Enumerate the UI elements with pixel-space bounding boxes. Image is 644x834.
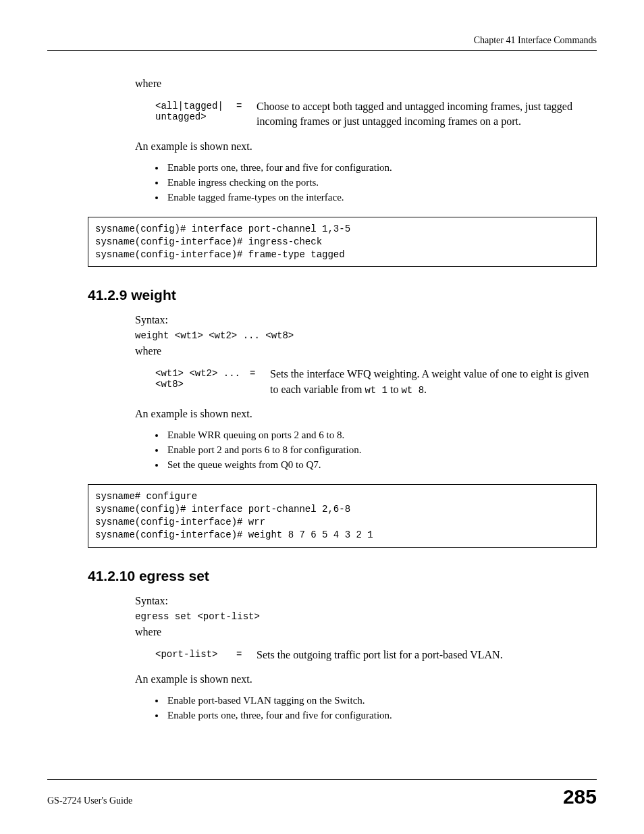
where-label-2: where xyxy=(135,345,597,357)
bullet-item: Enable port-based VLAN tagging on the Sw… xyxy=(165,695,597,706)
example-intro-1: An example is shown next. xyxy=(135,140,597,153)
where-label-3: where xyxy=(135,626,597,638)
param-row-3: <port-list> = Sets the outgoing traffic … xyxy=(155,648,597,662)
param-eq-1: = xyxy=(236,99,257,111)
param-desc-1: Choose to accept both tagged and untagge… xyxy=(257,99,597,130)
section-heading-weight: 41.2.9 weight xyxy=(88,287,597,303)
bullet-item: Enable ingress checking on the ports. xyxy=(165,177,597,188)
param-key-1: <all|tagged| untagged> xyxy=(155,99,236,122)
bullet-item: Enable WRR queuing on ports 2 and 6 to 8… xyxy=(165,429,597,441)
bullet-list-2: Enable WRR queuing on ports 2 and 6 to 8… xyxy=(165,429,597,471)
code-block-2: sysname# configure sysname(config)# inte… xyxy=(88,484,597,548)
param-key-2: <wt1> <wt2> ... <wt8> xyxy=(155,367,250,390)
param-desc-text-end: . xyxy=(424,384,427,395)
page-footer: GS-2724 User's Guide 285 xyxy=(47,779,597,808)
param-desc-text-pre: Sets the interface WFQ weighting. A weig… xyxy=(270,368,589,394)
param-desc-text-mid: to xyxy=(387,384,401,395)
section-heading-egress: 41.2.10 egress set xyxy=(88,568,597,584)
example-intro-2: An example is shown next. xyxy=(135,408,597,420)
bullet-item: Enable ports one, three, four and five f… xyxy=(165,162,597,174)
bullet-item: Enable port 2 and ports 6 to 8 for confi… xyxy=(165,444,597,456)
header-chapter: Chapter 41 Interface Commands xyxy=(47,35,597,46)
syntax-label-2: Syntax: xyxy=(135,314,597,326)
footer-guide-name: GS-2724 User's Guide xyxy=(47,796,132,806)
footer-rule xyxy=(47,779,597,780)
bullet-list-3: Enable port-based VLAN tagging on the Sw… xyxy=(165,695,597,721)
syntax-code-2: weight <wt1> <wt2> ... <wt8> xyxy=(135,330,597,341)
param-desc-3: Sets the outgoing traffic port list for … xyxy=(257,648,597,662)
bullet-item: Enable tagged frame-types on the interfa… xyxy=(165,192,597,203)
inline-code-wt8: wt 8 xyxy=(401,385,424,396)
syntax-code-3: egress set <port-list> xyxy=(135,611,597,622)
param-desc-2: Sets the interface WFQ weighting. A weig… xyxy=(270,367,597,397)
header-rule xyxy=(47,50,597,51)
param-row-2: <wt1> <wt2> ... <wt8> = Sets the interfa… xyxy=(155,367,597,397)
param-eq-3: = xyxy=(236,648,257,660)
code-block-1: sysname(config)# interface port-channel … xyxy=(88,217,597,267)
footer-page-number: 285 xyxy=(563,785,597,808)
bullet-item: Enable ports one, three, four and five f… xyxy=(165,710,597,721)
example-intro-3: An example is shown next. xyxy=(135,673,597,685)
syntax-label-3: Syntax: xyxy=(135,595,597,607)
param-row-1: <all|tagged| untagged> = Choose to accep… xyxy=(155,99,597,130)
param-eq-2: = xyxy=(250,367,270,379)
param-key-3: <port-list> xyxy=(155,648,236,660)
where-label-1: where xyxy=(135,78,597,90)
bullet-item: Set the queue weights from Q0 to Q7. xyxy=(165,459,597,471)
inline-code-wt1: wt 1 xyxy=(365,385,387,396)
bullet-list-1: Enable ports one, three, four and five f… xyxy=(165,162,597,203)
